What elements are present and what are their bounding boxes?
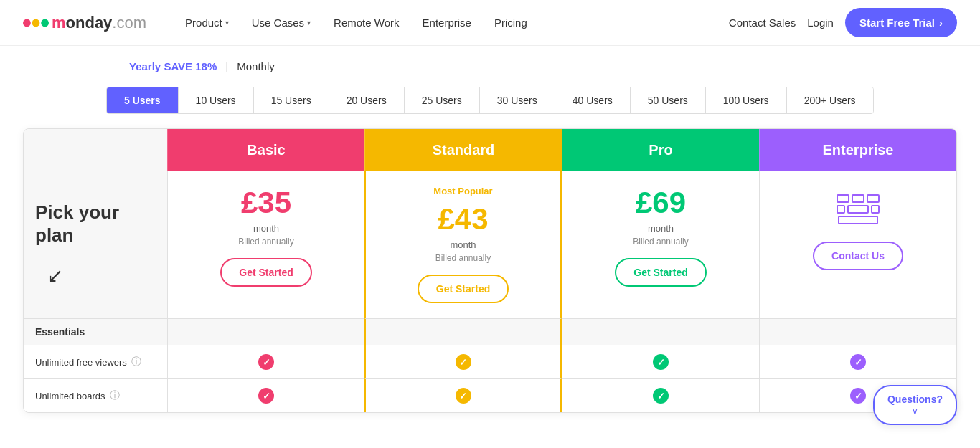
pro-price-cell: £69 month Billed annually Get Started — [562, 171, 759, 318]
unlimited-viewers-basic-check: ✓ — [167, 345, 364, 378]
header: monday.com Product ▾ Use Cases ▾ Remote … — [0, 0, 980, 46]
user-tab-20[interactable]: 20 Users — [329, 87, 405, 113]
basic-get-started-button[interactable]: Get Started — [220, 258, 311, 287]
user-tab-30[interactable]: 30 Users — [480, 87, 555, 113]
check-icon: ✓ — [258, 354, 274, 370]
nav-use-cases[interactable]: Use Cases ▾ — [242, 11, 321, 34]
essentials-header: Essentials — [24, 318, 167, 345]
check-icon: ✓ — [653, 354, 669, 370]
standard-plan-header: Standard — [364, 129, 562, 171]
pick-plan-title: Pick your plan — [35, 201, 156, 246]
logo-icon — [23, 14, 49, 32]
user-tabs: 5 Users 10 Users 15 Users 20 Users 25 Us… — [106, 87, 874, 114]
essentials-enterprise-col — [759, 318, 956, 345]
pro-billed: Billed annually — [633, 237, 688, 247]
user-tab-25[interactable]: 25 Users — [405, 87, 480, 113]
pro-plan-header: Pro — [562, 129, 759, 171]
questions-chevron-icon: ∨ — [912, 406, 918, 416]
monthly-billing-option[interactable]: Monthly — [237, 60, 275, 72]
unlimited-viewers-enterprise-check: ✓ — [759, 345, 956, 378]
standard-billed: Billed annually — [435, 253, 491, 263]
standard-price-cell: Most Popular £43 month Billed annually G… — [364, 171, 562, 318]
user-tab-50[interactable]: 50 Users — [631, 87, 706, 113]
pick-plan-cell: Pick your plan ↙ — [24, 171, 167, 318]
enterprise-icon — [837, 194, 880, 224]
check-icon: ✓ — [850, 354, 866, 370]
billing-divider: | — [225, 60, 228, 72]
check-icon: ✓ — [258, 388, 274, 404]
questions-label: Questions? — [887, 394, 943, 405]
product-arrow-icon: ▾ — [225, 19, 229, 27]
user-tab-5[interactable]: 5 Users — [107, 87, 179, 113]
check-icon: ✓ — [456, 388, 471, 404]
pro-price: £69 — [636, 186, 686, 220]
arrow-right-icon: › — [939, 16, 943, 29]
nav-pricing[interactable]: Pricing — [484, 11, 537, 34]
main-nav: Product ▾ Use Cases ▾ Remote Work Enterp… — [175, 11, 712, 34]
check-icon: ✓ — [653, 388, 669, 404]
basic-plan-header: Basic — [167, 129, 364, 171]
pricing-section: Basic Standard Pro Enterprise Pick your … — [0, 128, 980, 436]
pick-plan-arrow-icon: ↙ — [47, 264, 156, 287]
user-tab-10[interactable]: 10 Users — [179, 87, 254, 113]
standard-price: £43 — [438, 202, 488, 237]
pro-period: month — [648, 223, 674, 234]
unlimited-boards-pro-check: ✓ — [562, 378, 759, 412]
user-tab-40[interactable]: 40 Users — [555, 87, 631, 113]
unlimited-viewers-label: Unlimited free viewers ⓘ — [24, 345, 167, 378]
unlimited-boards-label: Unlimited boards ⓘ — [24, 378, 167, 412]
standard-get-started-button[interactable]: Get Started — [418, 275, 509, 303]
nav-remote-work[interactable]: Remote Work — [324, 11, 409, 34]
essentials-basic-col — [167, 318, 364, 345]
login-button[interactable]: Login — [807, 16, 834, 29]
contact-sales-link[interactable]: Contact Sales — [729, 16, 796, 29]
unlimited-boards-basic-check: ✓ — [167, 378, 364, 412]
basic-period: month — [253, 223, 279, 234]
yearly-billing-option[interactable]: Yearly SAVE 18% — [129, 60, 217, 72]
svg-point-2 — [41, 19, 49, 27]
unlimited-viewers-standard-check: ✓ — [364, 345, 562, 378]
start-free-trial-button[interactable]: Start Free Trial › — [845, 8, 957, 37]
pricing-table: Basic Standard Pro Enterprise Pick your … — [23, 128, 957, 413]
essentials-standard-col — [364, 318, 562, 345]
header-right: Contact Sales Login Start Free Trial › — [729, 8, 957, 37]
user-tab-200[interactable]: 200+ Users — [787, 87, 873, 113]
basic-billed: Billed annually — [238, 237, 293, 247]
basic-price: £35 — [241, 186, 291, 220]
nav-enterprise[interactable]: Enterprise — [413, 11, 481, 34]
standard-period: month — [450, 239, 476, 250]
unlimited-boards-info-icon[interactable]: ⓘ — [110, 389, 120, 402]
logo[interactable]: monday.com — [23, 14, 146, 32]
svg-point-1 — [32, 19, 40, 27]
nav-product[interactable]: Product ▾ — [175, 11, 239, 34]
billing-toggle: Yearly SAVE 18% | Monthly — [0, 46, 980, 81]
unlimited-viewers-pro-check: ✓ — [562, 345, 759, 378]
pro-get-started-button[interactable]: Get Started — [615, 258, 706, 287]
enterprise-price-cell: Contact Us — [759, 171, 956, 318]
essentials-pro-col — [562, 318, 759, 345]
plan-header-empty — [24, 129, 167, 171]
enterprise-contact-us-button[interactable]: Contact Us — [813, 242, 903, 270]
svg-point-0 — [23, 19, 31, 27]
most-popular-label: Most Popular — [433, 186, 492, 196]
user-tab-100[interactable]: 100 Users — [706, 87, 787, 113]
check-icon: ✓ — [850, 388, 866, 404]
check-icon: ✓ — [456, 354, 471, 370]
logo-wordmark: monday.com — [52, 14, 146, 32]
enterprise-plan-header: Enterprise — [759, 129, 956, 171]
questions-bubble[interactable]: Questions? ∨ — [873, 385, 957, 425]
basic-price-cell: £35 month Billed annually Get Started — [167, 171, 364, 318]
use-cases-arrow-icon: ▾ — [307, 19, 311, 27]
unlimited-boards-standard-check: ✓ — [364, 378, 562, 412]
unlimited-viewers-info-icon[interactable]: ⓘ — [131, 356, 141, 368]
user-tab-15[interactable]: 15 Users — [254, 87, 329, 113]
